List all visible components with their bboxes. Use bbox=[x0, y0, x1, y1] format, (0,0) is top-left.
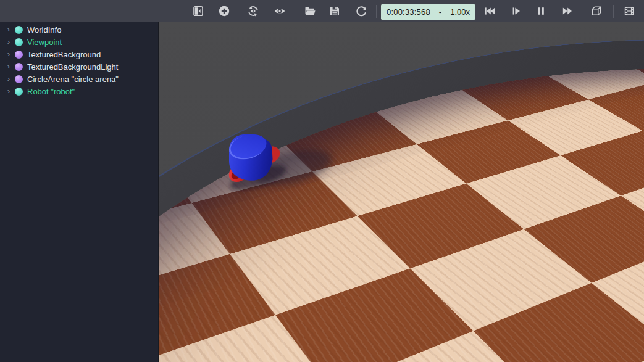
panel-toggle-icon bbox=[192, 5, 204, 17]
main-toolbar: 0:00:33:568 - 1.00x bbox=[0, 0, 644, 22]
scene-tree-item-viewpoint[interactable]: › Viewpoint bbox=[0, 36, 158, 48]
expand-chevron[interactable]: › bbox=[4, 73, 13, 85]
open-world-button[interactable] bbox=[299, 2, 321, 20]
add-node-button[interactable] bbox=[213, 2, 235, 20]
simulation-time: 0:00:33:568 bbox=[387, 7, 430, 17]
toolbar-separator bbox=[613, 5, 614, 18]
expand-chevron[interactable]: › bbox=[4, 85, 13, 97]
expand-chevron[interactable]: › bbox=[4, 48, 13, 60]
restore-viewpoint-button[interactable] bbox=[242, 2, 264, 20]
node-label: Robot "robot" bbox=[27, 87, 75, 96]
reload-world-button[interactable] bbox=[350, 2, 372, 20]
floppy-icon bbox=[328, 5, 341, 17]
node-icon bbox=[15, 88, 23, 96]
plus-circle-icon bbox=[218, 5, 230, 17]
step-button[interactable] bbox=[505, 2, 527, 20]
film-icon bbox=[623, 5, 635, 17]
node-label: Viewpoint bbox=[27, 38, 62, 47]
node-icon bbox=[15, 75, 23, 83]
step-forward-icon bbox=[510, 5, 522, 17]
speed-factor: 1.00x bbox=[450, 7, 470, 17]
robot[interactable] bbox=[209, 121, 338, 201]
scene-tree-item-robot[interactable]: › Robot "robot" bbox=[0, 85, 158, 97]
save-world-button[interactable] bbox=[324, 2, 346, 20]
folder-open-icon bbox=[304, 5, 316, 17]
node-label: TexturedBackground bbox=[27, 50, 101, 59]
eye-icon bbox=[274, 5, 286, 17]
record-movie-button[interactable] bbox=[618, 2, 640, 20]
toolbar-separator bbox=[376, 5, 377, 18]
node-icon bbox=[15, 38, 23, 46]
scene-tree-panel: › WorldInfo › Viewpoint › TexturedBackgr… bbox=[0, 22, 159, 362]
toggle-rendering-button[interactable] bbox=[269, 2, 291, 20]
scene-tree-item-circlearena[interactable]: › CircleArena "circle arena" bbox=[0, 73, 158, 85]
3d-viewport[interactable] bbox=[159, 22, 644, 362]
scene-tree-item-worldinfo[interactable]: › WorldInfo bbox=[0, 23, 158, 36]
skip-back-icon bbox=[483, 5, 496, 17]
simulation-time-display: 0:00:33:568 - 1.00x bbox=[381, 4, 475, 20]
rewind-button[interactable] bbox=[479, 2, 501, 20]
webots-window: 0:00:33:568 - 1.00x bbox=[0, 0, 644, 362]
time-speed-dash: - bbox=[439, 7, 441, 17]
node-label: TexturedBackgroundLight bbox=[27, 62, 118, 72]
scene-tree-item-texturedbackground[interactable]: › TexturedBackground bbox=[0, 48, 158, 60]
scene-tree-item-texturedbackgroundlight[interactable]: › TexturedBackgroundLight bbox=[0, 60, 158, 73]
expand-chevron[interactable]: › bbox=[4, 60, 13, 73]
expand-chevron[interactable]: › bbox=[4, 36, 13, 48]
node-icon bbox=[15, 26, 23, 34]
reload-icon bbox=[355, 5, 367, 17]
node-label: WorldInfo bbox=[27, 25, 61, 35]
node-label: CircleArena "circle arena" bbox=[27, 75, 119, 84]
rendering-mode-button[interactable] bbox=[585, 2, 608, 20]
toolbar-separator bbox=[296, 5, 296, 18]
node-icon bbox=[15, 63, 23, 71]
fast-forward-icon bbox=[561, 5, 574, 17]
toggle-scene-tree-button[interactable] bbox=[187, 2, 209, 20]
orbit-reset-icon bbox=[247, 5, 259, 17]
cube-icon bbox=[590, 5, 603, 17]
node-icon bbox=[15, 51, 23, 59]
fast-forward-button[interactable] bbox=[556, 2, 579, 20]
pause-button[interactable] bbox=[530, 2, 552, 20]
expand-chevron[interactable]: › bbox=[4, 23, 13, 36]
toolbar-separator bbox=[241, 5, 241, 18]
pause-icon bbox=[535, 5, 547, 17]
